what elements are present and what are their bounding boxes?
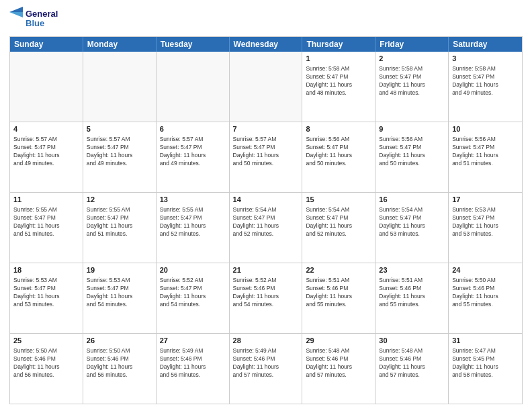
cal-cell-1: 1Sunrise: 5:58 AMSunset: 5:47 PMDaylight… [302, 52, 375, 122]
cal-cell-21: 21Sunrise: 5:52 AMSunset: 5:46 PMDayligh… [230, 263, 303, 333]
cell-info: Sunrise: 5:51 AMSunset: 5:46 PMDaylight:… [379, 277, 445, 309]
cell-info: Sunrise: 5:57 AMSunset: 5:47 PMDaylight:… [160, 136, 226, 168]
day-number: 22 [306, 265, 371, 275]
cal-cell-23: 23Sunrise: 5:51 AMSunset: 5:46 PMDayligh… [375, 263, 449, 333]
day-number: 24 [452, 265, 519, 275]
day-number: 17 [452, 195, 519, 205]
cal-cell-28: 28Sunrise: 5:49 AMSunset: 5:46 PMDayligh… [230, 334, 303, 404]
cal-cell-15: 15Sunrise: 5:54 AMSunset: 5:47 PMDayligh… [302, 193, 375, 263]
cell-info: Sunrise: 5:49 AMSunset: 5:46 PMDaylight:… [160, 347, 226, 379]
cell-info: Sunrise: 5:58 AMSunset: 5:47 PMDaylight:… [379, 65, 445, 97]
day-number: 10 [452, 124, 519, 134]
cell-info: Sunrise: 5:48 AMSunset: 5:46 PMDaylight:… [379, 347, 445, 379]
cal-header-tuesday: Tuesday [157, 37, 230, 52]
cal-cell-2: 2Sunrise: 5:58 AMSunset: 5:47 PMDaylight… [375, 52, 449, 122]
calendar-body: 1Sunrise: 5:58 AMSunset: 5:47 PMDaylight… [10, 52, 522, 404]
cell-info: Sunrise: 5:57 AMSunset: 5:47 PMDaylight:… [87, 136, 152, 168]
day-number: 9 [379, 124, 445, 134]
day-number: 20 [160, 265, 226, 275]
cell-info: Sunrise: 5:54 AMSunset: 5:47 PMDaylight:… [379, 206, 445, 238]
cell-info: Sunrise: 5:48 AMSunset: 5:46 PMDaylight:… [306, 347, 371, 379]
cal-row-1: 4Sunrise: 5:57 AMSunset: 5:47 PMDaylight… [10, 122, 522, 193]
logo-icon [9, 7, 23, 31]
day-number: 6 [160, 124, 226, 134]
cal-cell-16: 16Sunrise: 5:54 AMSunset: 5:47 PMDayligh… [375, 193, 449, 263]
cell-info: Sunrise: 5:54 AMSunset: 5:47 PMDaylight:… [306, 206, 371, 238]
cal-cell-7: 7Sunrise: 5:57 AMSunset: 5:47 PMDaylight… [230, 122, 303, 192]
cal-cell-24: 24Sunrise: 5:50 AMSunset: 5:46 PMDayligh… [449, 263, 522, 333]
cal-header-friday: Friday [375, 37, 449, 52]
cal-header-thursday: Thursday [302, 37, 375, 52]
cal-cell-5: 5Sunrise: 5:57 AMSunset: 5:47 PMDaylight… [83, 122, 157, 192]
cell-info: Sunrise: 5:55 AMSunset: 5:47 PMDaylight:… [160, 206, 226, 238]
cal-cell-empty [230, 52, 303, 122]
cal-row-2: 11Sunrise: 5:55 AMSunset: 5:47 PMDayligh… [10, 193, 522, 263]
cal-cell-18: 18Sunrise: 5:53 AMSunset: 5:47 PMDayligh… [10, 263, 83, 333]
cell-info: Sunrise: 5:56 AMSunset: 5:47 PMDaylight:… [306, 136, 371, 168]
cal-cell-30: 30Sunrise: 5:48 AMSunset: 5:46 PMDayligh… [375, 334, 449, 404]
day-number: 26 [87, 336, 152, 346]
cal-cell-29: 29Sunrise: 5:48 AMSunset: 5:46 PMDayligh… [302, 334, 375, 404]
cell-info: Sunrise: 5:50 AMSunset: 5:46 PMDaylight:… [87, 347, 152, 379]
day-number: 3 [452, 54, 519, 64]
calendar: SundayMondayTuesdayWednesdayThursdayFrid… [9, 36, 523, 404]
day-number: 23 [379, 265, 445, 275]
svg-marker-1 [9, 12, 23, 17]
day-number: 14 [233, 195, 299, 205]
cal-row-4: 25Sunrise: 5:50 AMSunset: 5:46 PMDayligh… [10, 334, 522, 404]
cell-info: Sunrise: 5:54 AMSunset: 5:47 PMDaylight:… [233, 206, 299, 238]
cal-cell-8: 8Sunrise: 5:56 AMSunset: 5:47 PMDaylight… [302, 122, 375, 192]
cell-info: Sunrise: 5:57 AMSunset: 5:47 PMDaylight:… [13, 136, 79, 168]
cal-header-sunday: Sunday [10, 37, 83, 52]
cal-cell-empty [157, 52, 230, 122]
day-number: 15 [306, 195, 371, 205]
logo-text: General Blue [26, 9, 58, 29]
cal-cell-11: 11Sunrise: 5:55 AMSunset: 5:47 PMDayligh… [10, 193, 83, 263]
cell-info: Sunrise: 5:56 AMSunset: 5:47 PMDaylight:… [452, 136, 519, 168]
cal-cell-14: 14Sunrise: 5:54 AMSunset: 5:47 PMDayligh… [230, 193, 303, 263]
cal-cell-empty [10, 52, 83, 122]
cell-info: Sunrise: 5:52 AMSunset: 5:46 PMDaylight:… [233, 277, 299, 309]
cal-cell-25: 25Sunrise: 5:50 AMSunset: 5:46 PMDayligh… [10, 334, 83, 404]
cell-info: Sunrise: 5:52 AMSunset: 5:47 PMDaylight:… [160, 277, 226, 309]
cal-header-monday: Monday [83, 37, 157, 52]
cal-cell-13: 13Sunrise: 5:55 AMSunset: 5:47 PMDayligh… [157, 193, 230, 263]
cell-info: Sunrise: 5:55 AMSunset: 5:47 PMDaylight:… [13, 206, 79, 238]
day-number: 28 [233, 336, 299, 346]
cal-cell-22: 22Sunrise: 5:51 AMSunset: 5:46 PMDayligh… [302, 263, 375, 333]
day-number: 7 [233, 124, 299, 134]
day-number: 13 [160, 195, 226, 205]
cell-info: Sunrise: 5:56 AMSunset: 5:47 PMDaylight:… [379, 136, 445, 168]
day-number: 16 [379, 195, 445, 205]
cal-cell-31: 31Sunrise: 5:47 AMSunset: 5:45 PMDayligh… [449, 334, 522, 404]
day-number: 2 [379, 54, 445, 64]
cal-row-3: 18Sunrise: 5:53 AMSunset: 5:47 PMDayligh… [10, 263, 522, 334]
cell-info: Sunrise: 5:50 AMSunset: 5:46 PMDaylight:… [13, 347, 79, 379]
cell-info: Sunrise: 5:57 AMSunset: 5:47 PMDaylight:… [233, 136, 299, 168]
cal-cell-19: 19Sunrise: 5:53 AMSunset: 5:47 PMDayligh… [83, 263, 157, 333]
day-number: 5 [87, 124, 152, 134]
logo-container: General Blue [9, 7, 58, 31]
day-number: 25 [13, 336, 79, 346]
cell-info: Sunrise: 5:50 AMSunset: 5:46 PMDaylight:… [452, 277, 519, 309]
day-number: 11 [13, 195, 79, 205]
day-number: 1 [306, 54, 371, 64]
day-number: 27 [160, 336, 226, 346]
cal-cell-6: 6Sunrise: 5:57 AMSunset: 5:47 PMDaylight… [157, 122, 230, 192]
cell-info: Sunrise: 5:58 AMSunset: 5:47 PMDaylight:… [306, 65, 371, 97]
cal-cell-3: 3Sunrise: 5:58 AMSunset: 5:47 PMDaylight… [449, 52, 522, 122]
cal-cell-17: 17Sunrise: 5:53 AMSunset: 5:47 PMDayligh… [449, 193, 522, 263]
cal-cell-12: 12Sunrise: 5:55 AMSunset: 5:47 PMDayligh… [83, 193, 157, 263]
cal-header-wednesday: Wednesday [230, 37, 303, 52]
cell-info: Sunrise: 5:53 AMSunset: 5:47 PMDaylight:… [13, 277, 79, 309]
cell-info: Sunrise: 5:51 AMSunset: 5:46 PMDaylight:… [306, 277, 371, 309]
cell-info: Sunrise: 5:55 AMSunset: 5:47 PMDaylight:… [87, 206, 152, 238]
cal-cell-4: 4Sunrise: 5:57 AMSunset: 5:47 PMDaylight… [10, 122, 83, 192]
cal-cell-10: 10Sunrise: 5:56 AMSunset: 5:47 PMDayligh… [449, 122, 522, 192]
day-number: 21 [233, 265, 299, 275]
cal-cell-empty [83, 52, 157, 122]
cal-cell-9: 9Sunrise: 5:56 AMSunset: 5:47 PMDaylight… [375, 122, 449, 192]
header: General Blue [9, 7, 523, 31]
logo-line2: Blue [26, 19, 58, 28]
day-number: 18 [13, 265, 79, 275]
